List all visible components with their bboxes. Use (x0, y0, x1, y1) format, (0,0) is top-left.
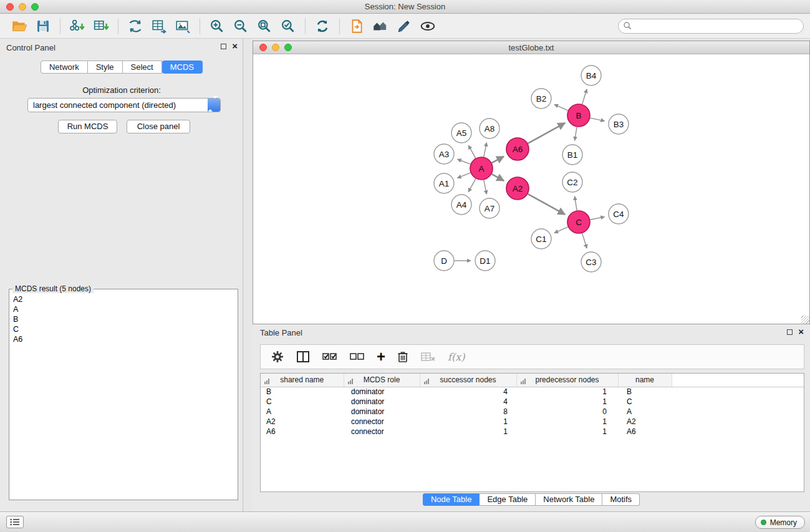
table-cell[interactable]: A6 (261, 427, 344, 437)
mcds-result-item[interactable]: A6 (9, 334, 238, 344)
resize-grip[interactable] (801, 316, 809, 324)
tab-network-table[interactable]: Network Table (536, 493, 602, 506)
table-cell[interactable]: 1 (516, 387, 618, 397)
table-cell[interactable]: dominator (344, 387, 420, 397)
export-table-button[interactable] (147, 16, 171, 37)
table-cell[interactable]: B (618, 387, 672, 397)
table-cell[interactable]: 1 (420, 427, 516, 437)
save-session-button[interactable] (31, 16, 55, 37)
table-cell[interactable]: connector (344, 417, 420, 427)
graph-edge[interactable] (492, 174, 504, 181)
graph-edge[interactable] (582, 89, 587, 104)
column-header-shared-name[interactable]: shared name (261, 374, 344, 387)
delete-row-button[interactable] (397, 350, 409, 364)
select-all-button[interactable] (322, 351, 338, 363)
zoom-selected-button[interactable] (276, 16, 300, 37)
graph-edge[interactable] (457, 173, 470, 178)
graph-node[interactable]: B1 (562, 145, 582, 165)
float-table-panel-icon[interactable] (787, 329, 793, 335)
table-row[interactable]: Adominator80A (261, 407, 804, 417)
zoom-fit-button[interactable] (253, 16, 276, 37)
graph-edge[interactable] (492, 157, 504, 163)
destroy-table-button[interactable] (420, 351, 436, 363)
export-network-button[interactable] (123, 16, 147, 37)
close-panel-button[interactable]: Close panel (127, 120, 190, 133)
table-cell[interactable]: 8 (420, 407, 516, 417)
unselect-all-button[interactable] (349, 351, 365, 363)
column-header-predecessor-nodes[interactable]: predecessor nodes (516, 374, 618, 387)
table-cell[interactable]: 4 (420, 387, 516, 397)
table-row[interactable]: A2connector11A2 (261, 417, 804, 427)
graph-node[interactable]: C3 (581, 252, 601, 272)
graph-edge[interactable] (468, 145, 475, 158)
network-canvas[interactable]: B4B2BB3A5A8A6B1A3AC2A1A2A4A7C4CC1C3DD1 (253, 54, 809, 324)
column-header-mcds-role[interactable]: MCDS role (344, 374, 420, 387)
table-row[interactable]: A6connector11A6 (261, 427, 804, 437)
float-panel-icon[interactable] (221, 44, 226, 49)
table-cell[interactable]: A2 (261, 417, 344, 427)
table-cell[interactable]: B (261, 387, 344, 397)
task-history-button[interactable] (6, 516, 24, 528)
graph-node[interactable]: B3 (609, 114, 629, 134)
optimization-criterion-select[interactable]: largest connected component (directed) (27, 98, 221, 112)
zoom-out-button[interactable] (229, 16, 253, 37)
tab-select[interactable]: Select (123, 60, 162, 74)
graph-node-mcds[interactable]: C (567, 211, 590, 233)
zoom-in-button[interactable] (205, 16, 229, 37)
show-hide-graphics-button[interactable] (416, 16, 440, 37)
close-table-panel-icon[interactable]: × (798, 328, 804, 336)
mcds-result-item[interactable]: B (9, 314, 238, 324)
table-cell[interactable]: 4 (420, 397, 516, 407)
column-header-successor-nodes[interactable]: successor nodes (420, 374, 516, 387)
function-builder-button[interactable]: f(x) (448, 351, 465, 363)
table-cell[interactable]: C (261, 397, 344, 407)
graph-edge[interactable] (528, 194, 565, 215)
tab-network[interactable]: Network (41, 60, 88, 74)
column-header-name[interactable]: name (618, 374, 672, 387)
table-cell[interactable]: connector (344, 427, 420, 437)
graph-edge[interactable] (468, 179, 476, 192)
run-mcds-button[interactable]: Run MCDS (58, 120, 117, 133)
export-image-button[interactable] (171, 16, 195, 37)
tab-mcds[interactable]: MCDS (162, 60, 203, 74)
refresh-view-button[interactable] (311, 16, 334, 37)
table-cell[interactable]: 1 (420, 417, 516, 427)
graph-node[interactable]: A4 (451, 195, 471, 215)
search-input[interactable] (618, 19, 804, 34)
graph-node[interactable]: A5 (451, 123, 471, 143)
style-paint-button[interactable] (392, 16, 416, 37)
table-cell[interactable]: A2 (618, 417, 672, 427)
mcds-result-item[interactable]: A (9, 304, 238, 314)
graph-edge[interactable] (528, 123, 565, 143)
graph-node-mcds[interactable]: B (567, 104, 590, 127)
table-cell[interactable]: A (261, 407, 344, 417)
tab-style[interactable]: Style (88, 60, 123, 74)
graph-node-mcds[interactable]: A6 (506, 138, 529, 160)
graph-edge[interactable] (484, 143, 487, 157)
table-cell[interactable]: A6 (618, 427, 672, 437)
graph-node[interactable]: C4 (609, 204, 629, 224)
graph-edge[interactable] (591, 118, 605, 121)
graph-edge[interactable] (554, 104, 568, 110)
show-columns-button[interactable] (296, 350, 311, 364)
graph-node[interactable]: D1 (475, 251, 495, 271)
table-row[interactable]: Cdominator41C (261, 397, 804, 407)
close-panel-icon[interactable]: × (232, 42, 238, 50)
table-row[interactable]: Bdominator41B (261, 387, 804, 397)
open-session-button[interactable] (345, 16, 369, 37)
tab-motifs[interactable]: Motifs (602, 493, 640, 506)
graph-node[interactable]: B2 (531, 89, 551, 109)
graph-edge[interactable] (575, 127, 577, 141)
table-cell[interactable]: 1 (516, 397, 618, 407)
tab-edge-table[interactable]: Edge Table (480, 493, 536, 506)
graph-node-mcds[interactable]: A2 (506, 177, 529, 200)
table-settings-button[interactable] (271, 350, 284, 364)
graph-node[interactable]: A3 (434, 144, 454, 164)
import-table-button[interactable] (89, 16, 113, 37)
graph-node[interactable]: B4 (581, 65, 601, 85)
mcds-result-item[interactable]: C (9, 324, 238, 334)
graph-edge[interactable] (591, 217, 605, 220)
open-file-button[interactable] (7, 16, 31, 37)
graph-node[interactable]: D (434, 251, 454, 271)
add-row-button[interactable]: + (377, 351, 385, 363)
